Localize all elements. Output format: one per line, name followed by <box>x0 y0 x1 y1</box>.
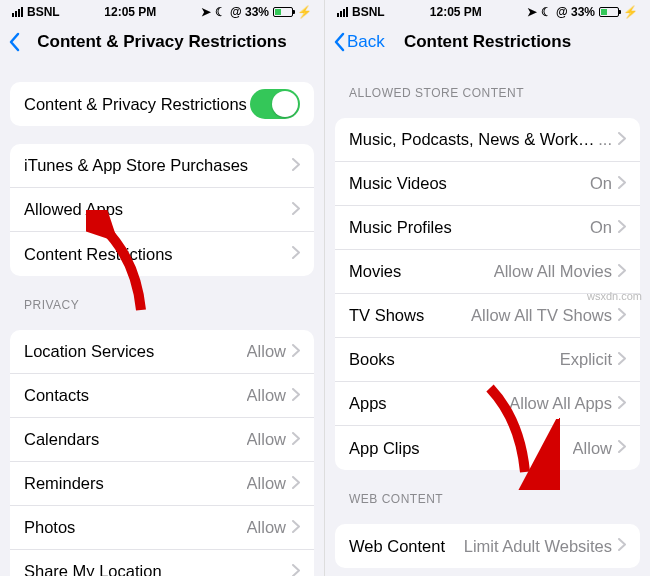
privacy-row[interactable]: RemindersAllow <box>10 462 314 506</box>
row-label: Reminders <box>24 474 247 493</box>
chevron-right-icon <box>292 563 300 577</box>
chevron-right-icon <box>618 263 626 281</box>
row-value: Allow <box>247 518 286 537</box>
row-value: Allow All TV Shows <box>471 306 612 325</box>
row-label: iTunes & App Store Purchases <box>24 156 292 175</box>
page-title: Content & Privacy Restrictions <box>37 32 286 52</box>
back-button[interactable]: Back <box>333 32 385 52</box>
chevron-right-icon <box>618 176 626 189</box>
chevron-right-icon <box>292 202 300 215</box>
row-label: App Clips <box>349 439 573 458</box>
row-label: TV Shows <box>349 306 471 325</box>
allowed-row[interactable]: AppsAllow All Apps <box>335 382 640 426</box>
toggle-group: Content & Privacy Restrictions <box>10 82 314 126</box>
chevron-right-icon <box>618 396 626 409</box>
chevron-right-icon <box>618 175 626 193</box>
row-label: Music Profiles <box>349 218 590 237</box>
carrier-label: BSNL <box>27 5 60 19</box>
nav-bar: Back Content Restrictions <box>325 20 650 64</box>
chevron-right-icon <box>292 520 300 533</box>
chevron-right-icon <box>292 344 300 357</box>
privacy-row[interactable]: Location ServicesAllow <box>10 330 314 374</box>
row-value: Allow <box>247 430 286 449</box>
chevron-right-icon <box>618 220 626 233</box>
row-value: Allow <box>247 474 286 493</box>
privacy-row[interactable]: Share My Location <box>10 550 314 576</box>
settings-row[interactable]: Content Restrictions <box>10 232 314 276</box>
signal-icon <box>337 7 348 17</box>
chevron-right-icon <box>292 157 300 175</box>
watermark: wsxdn.com <box>587 290 642 302</box>
privacy-section-header: Privacy <box>10 276 314 318</box>
location-icon: ➤ <box>201 5 211 19</box>
row-label: Location Services <box>24 342 247 361</box>
back-button[interactable] <box>8 32 20 52</box>
charging-icon: ⚡ <box>297 5 312 19</box>
back-label: Back <box>347 32 385 52</box>
chevron-right-icon <box>618 440 626 453</box>
chevron-right-icon <box>292 201 300 219</box>
chevron-left-icon <box>8 32 20 52</box>
chevron-right-icon <box>292 564 300 577</box>
row-value: Allow <box>573 439 612 458</box>
chevron-right-icon <box>292 158 300 171</box>
row-value: On <box>590 218 612 237</box>
master-toggle-row[interactable]: Content & Privacy Restrictions <box>10 82 314 126</box>
siri-section-header: Siri <box>335 568 640 576</box>
row-label: Calendars <box>24 430 247 449</box>
allowed-row[interactable]: Music, Podcasts, News & Workouts... <box>335 118 640 162</box>
chevron-right-icon <box>292 245 300 263</box>
row-label: Music, Podcasts, News & Workouts <box>349 130 598 149</box>
row-label: Allowed Apps <box>24 200 292 219</box>
status-bar: BSNL 12:05 PM ➤ ☾ @ 33% ⚡ <box>325 0 650 20</box>
row-label: Web Content <box>349 537 464 556</box>
dnd-icon: ☾ <box>215 5 226 19</box>
nav-bar: Content & Privacy Restrictions <box>0 20 324 64</box>
privacy-row[interactable]: CalendarsAllow <box>10 418 314 462</box>
chevron-right-icon <box>618 352 626 365</box>
status-bar: BSNL 12:05 PM ➤ ☾ @ 33% ⚡ <box>0 0 324 20</box>
allowed-row[interactable]: Music ProfilesOn <box>335 206 640 250</box>
chevron-right-icon <box>618 219 626 237</box>
battery-percent: @ 33% <box>556 5 595 19</box>
screen-content-restrictions: BSNL 12:05 PM ➤ ☾ @ 33% ⚡ Back Content R… <box>325 0 650 576</box>
chevron-right-icon <box>618 131 626 149</box>
chevron-right-icon <box>618 537 626 555</box>
privacy-row[interactable]: ContactsAllow <box>10 374 314 418</box>
allowed-row[interactable]: MoviesAllow All Movies <box>335 250 640 294</box>
toggle-label: Content & Privacy Restrictions <box>24 95 250 114</box>
row-label: Photos <box>24 518 247 537</box>
row-label: Movies <box>349 262 494 281</box>
row-label: Books <box>349 350 560 369</box>
web-content-group: Web ContentLimit Adult Websites <box>335 524 640 568</box>
row-value: ... <box>598 130 612 149</box>
privacy-row[interactable]: PhotosAllow <box>10 506 314 550</box>
toggle-switch[interactable] <box>250 89 300 119</box>
chevron-right-icon <box>292 519 300 537</box>
clock: 12:05 PM <box>430 5 482 19</box>
allowed-row[interactable]: BooksExplicit <box>335 338 640 382</box>
chevron-right-icon <box>618 439 626 457</box>
settings-row[interactable]: Allowed Apps <box>10 188 314 232</box>
row-value: Explicit <box>560 350 612 369</box>
chevron-right-icon <box>292 431 300 449</box>
chevron-right-icon <box>618 351 626 369</box>
page-title: Content Restrictions <box>404 32 571 52</box>
web-row[interactable]: Web ContentLimit Adult Websites <box>335 524 640 568</box>
battery-percent: @ 33% <box>230 5 269 19</box>
allowed-row[interactable]: Music VideosOn <box>335 162 640 206</box>
screen-privacy-restrictions: BSNL 12:05 PM ➤ ☾ @ 33% ⚡ Content & Priv… <box>0 0 325 576</box>
row-label: Contacts <box>24 386 247 405</box>
privacy-group: Location ServicesAllowContactsAllowCalen… <box>10 330 314 576</box>
carrier-label: BSNL <box>352 5 385 19</box>
row-value: On <box>590 174 612 193</box>
row-value: Allow All Movies <box>494 262 612 281</box>
chevron-right-icon <box>618 538 626 551</box>
chevron-right-icon <box>292 343 300 361</box>
chevron-right-icon <box>618 307 626 325</box>
allowed-row[interactable]: App ClipsAllow <box>335 426 640 470</box>
clock: 12:05 PM <box>104 5 156 19</box>
allowed-section-header: Allowed Store Content <box>335 64 640 106</box>
row-label: Share My Location <box>24 562 292 576</box>
settings-row[interactable]: iTunes & App Store Purchases <box>10 144 314 188</box>
